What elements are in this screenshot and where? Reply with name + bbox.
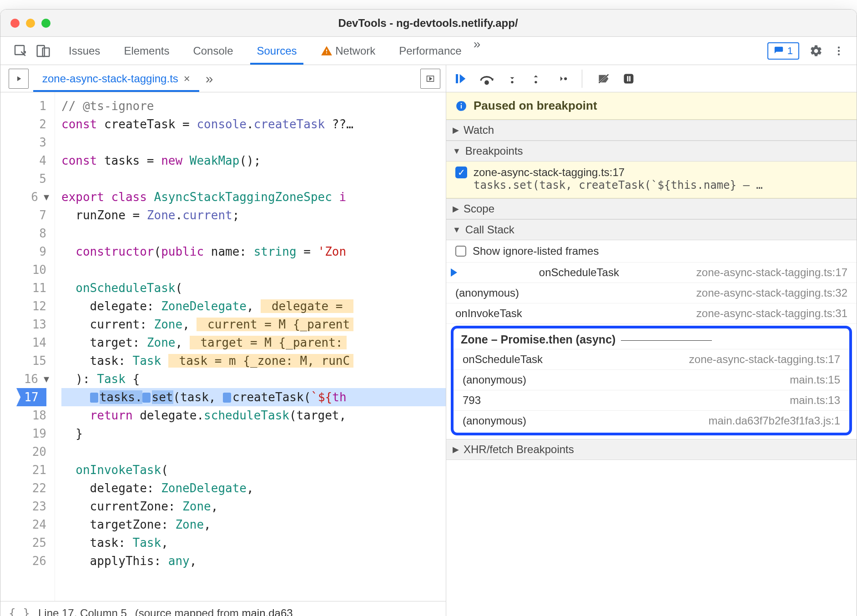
svg-point-10: [534, 81, 537, 83]
breakpoint-file: zone-async-stack-tagging.ts:17: [474, 166, 625, 179]
gear-icon[interactable]: [809, 44, 823, 58]
pretty-print-icon[interactable]: { }: [9, 606, 30, 616]
svg-point-3: [838, 46, 840, 48]
editor-pane: 123456 ▼78910111213141516 ▼1718192021222…: [0, 92, 446, 616]
pause-banner: Paused on breakpoint: [446, 92, 857, 120]
file-tab-active[interactable]: zone-async-stack-tagging.ts ×: [33, 65, 199, 92]
show-ignore-row[interactable]: Show ignore-listed frames: [446, 240, 857, 263]
svg-point-4: [838, 50, 840, 51]
show-ignore-label: Show ignore-listed frames: [473, 245, 599, 258]
svg-rect-15: [461, 105, 462, 108]
tabs-overflow-icon[interactable]: »: [474, 37, 481, 65]
tab-elements[interactable]: Elements: [112, 37, 181, 65]
tab-network[interactable]: Network: [309, 37, 388, 65]
stack-frames: onScheduleTaskzone-async-stack-tagging.t…: [446, 263, 857, 324]
pause-banner-text: Paused on breakpoint: [474, 99, 597, 113]
main-tabs: Issues Elements Console Sources Network …: [0, 37, 857, 65]
svg-rect-7: [456, 74, 458, 83]
stack-frame[interactable]: onScheduleTaskzone-async-stack-tagging.t…: [454, 349, 849, 370]
main-split: 123456 ▼78910111213141516 ▼1718192021222…: [0, 92, 857, 616]
svg-rect-13: [629, 76, 630, 81]
debugger-sidebar: Paused on breakpoint ▶ Watch ▼ Breakpoin…: [446, 92, 857, 616]
code-area[interactable]: // @ts-ignoreconst createTask = console.…: [55, 92, 446, 601]
gutter[interactable]: 123456 ▼78910111213141516 ▼1718192021222…: [0, 92, 55, 601]
resume-icon[interactable]: [454, 72, 467, 86]
svg-rect-2: [43, 48, 50, 56]
checkbox-checked-icon[interactable]: ✓: [455, 167, 467, 178]
async-stack-group: Zone – Promise.then (async) onScheduleTa…: [451, 326, 852, 435]
cursor-position: Line 17, Column 5: [38, 607, 127, 616]
stack-frame[interactable]: (anonymous)main.da63f7b2fe3f1fa3.js:1: [454, 411, 849, 431]
devtools-window: DevTools - ng-devtools.netlify.app/ Issu…: [0, 9, 857, 616]
window-title: DevTools - ng-devtools.netlify.app/: [64, 17, 792, 30]
kebab-icon[interactable]: [833, 45, 845, 57]
step-into-icon[interactable]: [506, 72, 518, 86]
svg-rect-1: [37, 45, 45, 56]
stack-frame[interactable]: onScheduleTaskzone-async-stack-tagging.t…: [446, 263, 857, 283]
section-callstack-label: Call Stack: [465, 223, 514, 236]
debugger-toggle-icon[interactable]: [420, 69, 440, 89]
tab-console[interactable]: Console: [181, 37, 245, 65]
file-tab-name: zone-async-stack-tagging.ts: [42, 72, 178, 85]
minimize-icon[interactable]: [26, 19, 35, 28]
section-watch-label: Watch: [464, 124, 494, 136]
maximize-icon[interactable]: [41, 19, 50, 28]
file-tabs: zone-async-stack-tagging.ts × »: [0, 65, 446, 92]
checkbox-empty-icon[interactable]: [455, 246, 466, 257]
device-icon[interactable]: [36, 44, 50, 58]
close-icon[interactable]: ×: [184, 72, 190, 85]
deactivate-breakpoints-icon[interactable]: [597, 72, 610, 85]
section-callstack[interactable]: ▼ Call Stack: [446, 219, 857, 240]
separator: [582, 70, 582, 88]
issues-chip[interactable]: 1: [767, 42, 799, 60]
breakpoint-code: tasks.set(task, createTask(`${this.name}…: [455, 179, 847, 192]
tab-performance[interactable]: Performance: [387, 37, 473, 65]
svg-point-5: [838, 53, 840, 55]
section-breakpoints-label: Breakpoints: [465, 145, 523, 157]
file-tabs-overflow-icon[interactable]: »: [206, 71, 213, 86]
close-icon[interactable]: [10, 19, 20, 28]
stack-frame[interactable]: (anonymous)zone-async-stack-tagging.ts:3…: [446, 283, 857, 303]
tab-sources[interactable]: Sources: [245, 37, 308, 65]
info-icon: [455, 100, 467, 112]
chevron-down-icon: ▼: [453, 146, 461, 156]
step-icon[interactable]: [554, 73, 567, 85]
section-xhr[interactable]: ▶ XHR/fetch Breakpoints: [446, 439, 857, 460]
svg-point-9: [511, 81, 513, 83]
chevron-down-icon: ▼: [453, 225, 461, 235]
section-scope[interactable]: ▶ Scope: [446, 198, 857, 219]
debug-controls: [446, 65, 857, 92]
section-xhr-label: XHR/fetch Breakpoints: [464, 443, 574, 456]
svg-rect-12: [627, 76, 629, 81]
source-map-info: (source mapped from main.da63: [135, 607, 293, 616]
traffic-lights: [10, 19, 50, 28]
svg-point-11: [564, 77, 567, 80]
warning-icon: [321, 45, 333, 57]
stack-frame[interactable]: (anonymous)main.ts:15: [454, 370, 849, 390]
inspect-icon[interactable]: [13, 44, 28, 58]
tab-issues[interactable]: Issues: [57, 37, 112, 65]
titlebar: DevTools - ng-devtools.netlify.app/: [0, 10, 857, 37]
stack-frame[interactable]: onInvokeTaskzone-async-stack-tagging.ts:…: [446, 303, 857, 324]
stack-frame[interactable]: 793main.ts:13: [454, 390, 849, 411]
svg-rect-16: [461, 103, 462, 104]
secondary-bar: zone-async-stack-tagging.ts × »: [0, 65, 857, 92]
chevron-right-icon: ▶: [453, 444, 459, 454]
source-map-link[interactable]: main.da63: [242, 607, 293, 616]
section-watch[interactable]: ▶ Watch: [446, 120, 857, 141]
issues-count: 1: [787, 45, 793, 57]
step-over-icon[interactable]: [479, 72, 494, 86]
pause-exceptions-icon[interactable]: [622, 72, 635, 85]
status-bar: { } Line 17, Column 5 (source mapped fro…: [0, 601, 446, 616]
navigator-toggle-icon[interactable]: [9, 69, 29, 89]
step-out-icon[interactable]: [530, 72, 542, 86]
section-breakpoints[interactable]: ▼ Breakpoints: [446, 141, 857, 162]
chevron-right-icon: ▶: [453, 125, 459, 135]
async-group-title: Zone – Promise.then (async): [454, 328, 849, 349]
tab-network-label: Network: [335, 45, 375, 57]
svg-point-8: [485, 81, 489, 84]
breakpoint-item[interactable]: ✓ zone-async-stack-tagging.ts:17 tasks.s…: [446, 162, 857, 198]
chevron-right-icon: ▶: [453, 204, 459, 214]
section-scope-label: Scope: [464, 202, 494, 215]
